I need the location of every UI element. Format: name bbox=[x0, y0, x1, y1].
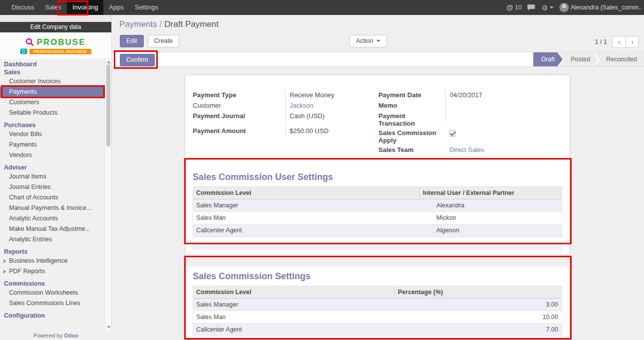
sidebar-item-payments[interactable]: Payments bbox=[0, 87, 104, 97]
table-row[interactable]: Sales Man Mickon bbox=[193, 212, 562, 224]
mention-icon: @ bbox=[506, 3, 513, 11]
page: Discuss Sales Invoicing Apps Settings @ … bbox=[0, 0, 644, 340]
menu-apps[interactable]: Apps bbox=[103, 0, 129, 15]
form-left-column: Payment Type Receive Money Customer Jack… bbox=[193, 90, 378, 156]
pager-next-button[interactable]: › bbox=[626, 36, 639, 48]
edit-company-data-button[interactable]: Edit Company data bbox=[0, 22, 111, 32]
sidebar-item-dashboard[interactable]: Dashboard bbox=[0, 60, 104, 68]
sidebar-item-journal-entries[interactable]: Journal Entries bbox=[0, 182, 104, 192]
confirm-button[interactable]: Confirm bbox=[120, 54, 155, 66]
logo-subtitle: PROFESSIONAL BUSINESS bbox=[29, 49, 91, 54]
sidebar-scrollbar[interactable] bbox=[105, 57, 111, 332]
status-draft: Draft bbox=[533, 52, 563, 66]
action-dropdown[interactable]: Action bbox=[349, 35, 387, 47]
recycle-chat-icon bbox=[20, 48, 27, 55]
sidebar-item-vendor-bills[interactable]: Vendor Bills bbox=[0, 129, 104, 140]
memo-label: Memo bbox=[378, 101, 445, 110]
chat-bubble-icon bbox=[527, 4, 535, 11]
sidebar-section-reports[interactable]: Reports bbox=[0, 248, 104, 256]
payment-form: Payment Type Receive Money Customer Jack… bbox=[193, 90, 562, 156]
odoo-brand-link[interactable]: Odoo bbox=[64, 333, 78, 339]
table-row[interactable]: Sales Manager Alexandra bbox=[193, 199, 562, 212]
sidebar-section-sales[interactable]: Sales bbox=[0, 68, 104, 76]
menu-invoicing[interactable]: Invoicing bbox=[67, 0, 103, 15]
debug-menu-button[interactable] bbox=[541, 4, 554, 11]
sidebar-item-pdf-reports[interactable]: PDF Reports bbox=[0, 266, 104, 277]
content-area: Payment Type Receive Money Customer Jack… bbox=[112, 67, 644, 340]
top-navbar: Discuss Sales Invoicing Apps Settings @ … bbox=[0, 0, 644, 15]
scroll-up-icon[interactable] bbox=[107, 59, 111, 63]
customer-link[interactable]: Jackson bbox=[290, 102, 314, 109]
column-header-commission-level[interactable]: Commission Level bbox=[193, 286, 394, 298]
status-reconciled[interactable]: Reconciled bbox=[594, 52, 644, 66]
sidebar-item-business-intelligence[interactable]: Business Intelligence bbox=[0, 256, 104, 266]
user-settings-title: Sales Commission User Settings bbox=[193, 172, 562, 182]
mention-count: 10 bbox=[515, 4, 522, 11]
pager-previous-button[interactable]: ‹ bbox=[612, 36, 626, 48]
user-cell: Algenon bbox=[419, 224, 562, 237]
sidebar-item-journal-items[interactable]: Journal Items bbox=[0, 171, 104, 182]
sidebar-item-vendor-payments[interactable]: Payments bbox=[0, 140, 104, 150]
status-posted[interactable]: Posted bbox=[559, 52, 598, 66]
sidebar-item-chart-of-accounts[interactable]: Chart of Accounts bbox=[0, 192, 104, 203]
sidebar-item-analytic-entries[interactable]: Analytic Entries bbox=[0, 234, 104, 245]
table-row[interactable]: Sales Manager 3.00 bbox=[193, 299, 562, 311]
systray: @ 10 Alexandra (Sales_comm.. bbox=[506, 0, 642, 15]
menu-discuss[interactable]: Discuss bbox=[6, 0, 40, 15]
sidebar-item-customers[interactable]: Customers bbox=[0, 97, 104, 108]
sidebar-section-purchases[interactable]: Purchases bbox=[0, 121, 104, 129]
mention-indicator[interactable]: @ 10 bbox=[506, 3, 522, 11]
statusbar: Confirm Draft Posted Reconciled bbox=[112, 52, 644, 67]
percentage-cell: 10.00 bbox=[394, 311, 562, 323]
table-row[interactable]: Sales Man 10.00 bbox=[193, 311, 562, 324]
pager: 1 / 1 ‹ › bbox=[595, 36, 639, 48]
messages-button[interactable] bbox=[527, 4, 535, 11]
user-cell: Alexandra bbox=[419, 199, 562, 211]
sales-team-link[interactable]: Direct Sales bbox=[449, 146, 484, 154]
sales-commission-apply-checkbox[interactable] bbox=[449, 130, 456, 137]
menu-settings[interactable]: Settings bbox=[129, 0, 164, 15]
sidebar-section-commissions[interactable]: Commissions bbox=[0, 280, 104, 288]
column-header-percentage[interactable]: Percentage (%) bbox=[394, 286, 562, 298]
menu-sales[interactable]: Sales bbox=[40, 0, 67, 15]
commission-level-cell: Callcenter Agent bbox=[193, 224, 419, 237]
user-menu[interactable]: Alexandra (Sales_comm.. bbox=[559, 2, 642, 12]
sidebar-item-manual-tax-adjustment[interactable]: Make Manual Tax Adjustme... bbox=[0, 224, 104, 234]
sidebar-item-sales-commissions-lines[interactable]: Sales Commissions Lines bbox=[0, 298, 104, 309]
payment-transaction-label: Payment Transaction bbox=[378, 111, 445, 128]
sidebar-item-vendors[interactable]: Vendors bbox=[0, 150, 104, 161]
sidebar-item-sellable-products[interactable]: Sellable Products bbox=[0, 108, 104, 118]
breadcrumb-separator: / bbox=[157, 19, 165, 29]
user-settings-table: Commission Level Internal User / Externa… bbox=[193, 186, 562, 237]
sidebar-section-configuration[interactable]: Configuration bbox=[0, 312, 104, 320]
payment-amount-value: $250.00 USD bbox=[285, 126, 378, 137]
payment-journal-label: Payment Journal bbox=[193, 111, 285, 121]
company-logo: PROBUSE PROFESSIONAL BUSINESS bbox=[0, 32, 111, 59]
column-header-commission-level[interactable]: Commission Level bbox=[193, 187, 419, 199]
scroll-down-icon[interactable] bbox=[107, 326, 111, 331]
sidebar-item-manual-payments[interactable]: Manual Payments & Invoice... bbox=[0, 203, 104, 213]
sidebar: Edit Company data PROBUSE PROFESSIONAL B… bbox=[0, 15, 112, 340]
table-row[interactable]: Callcenter Agent 7.00 bbox=[193, 324, 562, 336]
payment-date-label: Payment Date bbox=[378, 90, 445, 100]
scrollbar-thumb[interactable] bbox=[106, 64, 110, 147]
sidebar-item-commission-worksheets[interactable]: Commission Worksheets bbox=[0, 288, 104, 298]
column-header-internal-user[interactable]: Internal User / External Partner bbox=[419, 187, 562, 199]
chevron-down-icon bbox=[376, 40, 380, 44]
sidebar-item-analytic-accounts[interactable]: Analytic Accounts bbox=[0, 213, 104, 224]
sales-team-label: Sales Team bbox=[378, 145, 445, 155]
payment-amount-label: Payment Amount bbox=[193, 126, 285, 136]
breadcrumb-payments-link[interactable]: Payments bbox=[119, 19, 157, 29]
sidebar-item-customer-invoices[interactable]: Customer Invoices bbox=[0, 76, 104, 87]
table-row[interactable]: Callcenter Agent Algenon bbox=[193, 224, 562, 237]
commission-level-cell: Callcenter Agent bbox=[193, 324, 394, 336]
edit-button[interactable]: Edit bbox=[120, 35, 144, 47]
payment-type-value: Receive Money bbox=[285, 90, 378, 101]
form-sheet: Payment Type Receive Money Customer Jack… bbox=[185, 75, 570, 340]
sidebar-section-adviser[interactable]: Adviser bbox=[0, 164, 104, 171]
status-pipeline: Draft Posted Reconciled bbox=[533, 52, 644, 66]
sidebar-item-label: PDF Reports bbox=[9, 268, 45, 275]
create-button[interactable]: Create bbox=[148, 35, 180, 47]
sidebar-nav: Dashboard Sales Customer Invoices Paymen… bbox=[0, 59, 111, 320]
breadcrumb-current: Draft Payment bbox=[164, 19, 219, 29]
